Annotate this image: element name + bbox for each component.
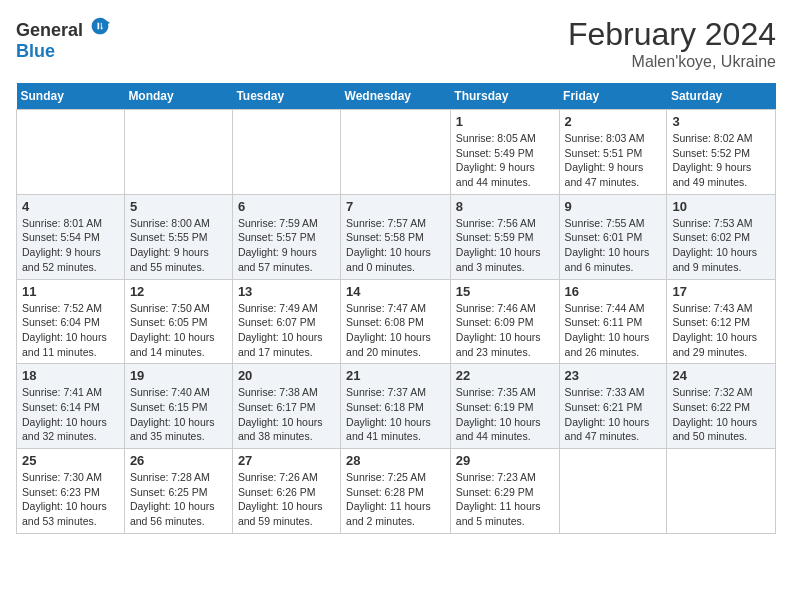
weekday-header-saturday: Saturday — [667, 83, 776, 110]
day-number: 9 — [565, 199, 662, 214]
page-header: General Blue February 2024 Malen'koye, U… — [16, 16, 776, 71]
calendar-cell: 24Sunrise: 7:32 AMSunset: 6:22 PMDayligh… — [667, 364, 776, 449]
day-info: Sunrise: 8:01 AMSunset: 5:54 PMDaylight:… — [22, 216, 119, 275]
day-info: Sunrise: 7:37 AMSunset: 6:18 PMDaylight:… — [346, 385, 445, 444]
day-info: Sunrise: 7:40 AMSunset: 6:15 PMDaylight:… — [130, 385, 227, 444]
calendar-cell: 22Sunrise: 7:35 AMSunset: 6:19 PMDayligh… — [450, 364, 559, 449]
calendar-cell — [559, 449, 667, 534]
day-number: 7 — [346, 199, 445, 214]
day-number: 18 — [22, 368, 119, 383]
day-info: Sunrise: 7:33 AMSunset: 6:21 PMDaylight:… — [565, 385, 662, 444]
day-info: Sunrise: 8:05 AMSunset: 5:49 PMDaylight:… — [456, 131, 554, 190]
day-info: Sunrise: 7:49 AMSunset: 6:07 PMDaylight:… — [238, 301, 335, 360]
day-info: Sunrise: 7:57 AMSunset: 5:58 PMDaylight:… — [346, 216, 445, 275]
calendar-cell: 23Sunrise: 7:33 AMSunset: 6:21 PMDayligh… — [559, 364, 667, 449]
calendar-cell: 12Sunrise: 7:50 AMSunset: 6:05 PMDayligh… — [124, 279, 232, 364]
calendar-cell: 29Sunrise: 7:23 AMSunset: 6:29 PMDayligh… — [450, 449, 559, 534]
calendar-cell: 9Sunrise: 7:55 AMSunset: 6:01 PMDaylight… — [559, 194, 667, 279]
day-info: Sunrise: 7:30 AMSunset: 6:23 PMDaylight:… — [22, 470, 119, 529]
day-number: 13 — [238, 284, 335, 299]
title-block: February 2024 Malen'koye, Ukraine — [568, 16, 776, 71]
day-info: Sunrise: 7:52 AMSunset: 6:04 PMDaylight:… — [22, 301, 119, 360]
calendar-week-row: 25Sunrise: 7:30 AMSunset: 6:23 PMDayligh… — [17, 449, 776, 534]
weekday-header-monday: Monday — [124, 83, 232, 110]
day-number: 11 — [22, 284, 119, 299]
logo-icon — [90, 16, 110, 36]
day-info: Sunrise: 7:47 AMSunset: 6:08 PMDaylight:… — [346, 301, 445, 360]
day-number: 15 — [456, 284, 554, 299]
logo-text: General Blue — [16, 16, 110, 62]
day-number: 17 — [672, 284, 770, 299]
day-number: 27 — [238, 453, 335, 468]
day-number: 10 — [672, 199, 770, 214]
calendar-cell: 18Sunrise: 7:41 AMSunset: 6:14 PMDayligh… — [17, 364, 125, 449]
calendar-cell: 16Sunrise: 7:44 AMSunset: 6:11 PMDayligh… — [559, 279, 667, 364]
calendar-cell: 14Sunrise: 7:47 AMSunset: 6:08 PMDayligh… — [341, 279, 451, 364]
calendar-week-row: 18Sunrise: 7:41 AMSunset: 6:14 PMDayligh… — [17, 364, 776, 449]
logo-blue: Blue — [16, 41, 55, 61]
day-number: 25 — [22, 453, 119, 468]
day-info: Sunrise: 8:03 AMSunset: 5:51 PMDaylight:… — [565, 131, 662, 190]
day-info: Sunrise: 7:43 AMSunset: 6:12 PMDaylight:… — [672, 301, 770, 360]
calendar-subtitle: Malen'koye, Ukraine — [568, 53, 776, 71]
calendar-cell: 28Sunrise: 7:25 AMSunset: 6:28 PMDayligh… — [341, 449, 451, 534]
day-info: Sunrise: 8:02 AMSunset: 5:52 PMDaylight:… — [672, 131, 770, 190]
weekday-header-tuesday: Tuesday — [232, 83, 340, 110]
day-number: 5 — [130, 199, 227, 214]
day-number: 29 — [456, 453, 554, 468]
day-number: 8 — [456, 199, 554, 214]
day-number: 19 — [130, 368, 227, 383]
calendar-cell — [232, 110, 340, 195]
day-info: Sunrise: 7:46 AMSunset: 6:09 PMDaylight:… — [456, 301, 554, 360]
calendar-cell: 1Sunrise: 8:05 AMSunset: 5:49 PMDaylight… — [450, 110, 559, 195]
calendar-cell: 11Sunrise: 7:52 AMSunset: 6:04 PMDayligh… — [17, 279, 125, 364]
calendar-week-row: 4Sunrise: 8:01 AMSunset: 5:54 PMDaylight… — [17, 194, 776, 279]
day-number: 20 — [238, 368, 335, 383]
calendar-cell — [124, 110, 232, 195]
day-number: 16 — [565, 284, 662, 299]
calendar-cell: 8Sunrise: 7:56 AMSunset: 5:59 PMDaylight… — [450, 194, 559, 279]
day-number: 23 — [565, 368, 662, 383]
day-info: Sunrise: 7:50 AMSunset: 6:05 PMDaylight:… — [130, 301, 227, 360]
calendar-cell: 21Sunrise: 7:37 AMSunset: 6:18 PMDayligh… — [341, 364, 451, 449]
calendar-cell: 13Sunrise: 7:49 AMSunset: 6:07 PMDayligh… — [232, 279, 340, 364]
day-info: Sunrise: 7:55 AMSunset: 6:01 PMDaylight:… — [565, 216, 662, 275]
calendar-cell: 2Sunrise: 8:03 AMSunset: 5:51 PMDaylight… — [559, 110, 667, 195]
weekday-header-friday: Friday — [559, 83, 667, 110]
day-info: Sunrise: 7:32 AMSunset: 6:22 PMDaylight:… — [672, 385, 770, 444]
calendar-cell: 7Sunrise: 7:57 AMSunset: 5:58 PMDaylight… — [341, 194, 451, 279]
day-number: 28 — [346, 453, 445, 468]
calendar-cell — [341, 110, 451, 195]
calendar-cell: 27Sunrise: 7:26 AMSunset: 6:26 PMDayligh… — [232, 449, 340, 534]
day-number: 2 — [565, 114, 662, 129]
day-info: Sunrise: 8:00 AMSunset: 5:55 PMDaylight:… — [130, 216, 227, 275]
day-info: Sunrise: 7:38 AMSunset: 6:17 PMDaylight:… — [238, 385, 335, 444]
day-info: Sunrise: 7:26 AMSunset: 6:26 PMDaylight:… — [238, 470, 335, 529]
calendar-cell: 10Sunrise: 7:53 AMSunset: 6:02 PMDayligh… — [667, 194, 776, 279]
calendar-cell: 17Sunrise: 7:43 AMSunset: 6:12 PMDayligh… — [667, 279, 776, 364]
calendar-cell: 19Sunrise: 7:40 AMSunset: 6:15 PMDayligh… — [124, 364, 232, 449]
weekday-header-sunday: Sunday — [17, 83, 125, 110]
day-info: Sunrise: 7:59 AMSunset: 5:57 PMDaylight:… — [238, 216, 335, 275]
weekday-header-thursday: Thursday — [450, 83, 559, 110]
day-number: 1 — [456, 114, 554, 129]
calendar-cell — [667, 449, 776, 534]
day-info: Sunrise: 7:53 AMSunset: 6:02 PMDaylight:… — [672, 216, 770, 275]
day-info: Sunrise: 7:56 AMSunset: 5:59 PMDaylight:… — [456, 216, 554, 275]
calendar-week-row: 1Sunrise: 8:05 AMSunset: 5:49 PMDaylight… — [17, 110, 776, 195]
calendar-cell: 26Sunrise: 7:28 AMSunset: 6:25 PMDayligh… — [124, 449, 232, 534]
calendar-cell: 6Sunrise: 7:59 AMSunset: 5:57 PMDaylight… — [232, 194, 340, 279]
logo: General Blue — [16, 16, 110, 62]
calendar-cell: 3Sunrise: 8:02 AMSunset: 5:52 PMDaylight… — [667, 110, 776, 195]
day-number: 4 — [22, 199, 119, 214]
day-number: 22 — [456, 368, 554, 383]
calendar-cell: 4Sunrise: 8:01 AMSunset: 5:54 PMDaylight… — [17, 194, 125, 279]
weekday-header-wednesday: Wednesday — [341, 83, 451, 110]
day-number: 12 — [130, 284, 227, 299]
day-number: 24 — [672, 368, 770, 383]
logo-general: General — [16, 20, 83, 40]
weekday-header-row: SundayMondayTuesdayWednesdayThursdayFrid… — [17, 83, 776, 110]
calendar-cell: 25Sunrise: 7:30 AMSunset: 6:23 PMDayligh… — [17, 449, 125, 534]
calendar-cell: 20Sunrise: 7:38 AMSunset: 6:17 PMDayligh… — [232, 364, 340, 449]
calendar-cell — [17, 110, 125, 195]
